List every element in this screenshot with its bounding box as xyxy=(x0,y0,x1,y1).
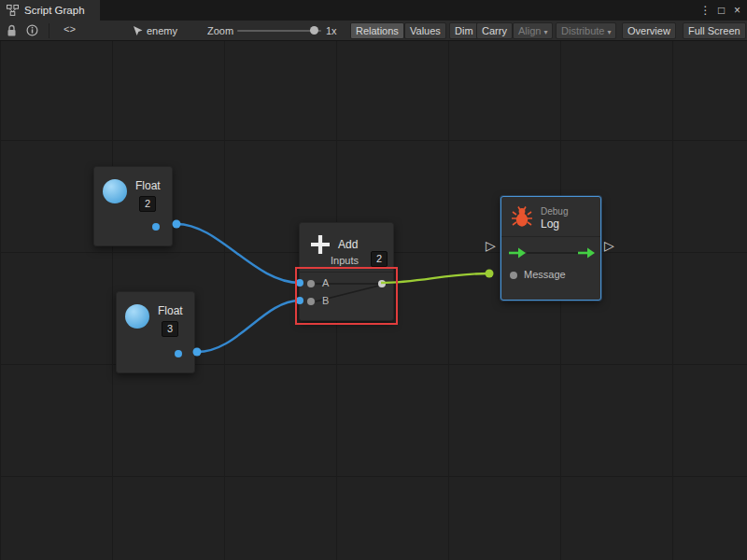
flow-out-triangle-icon[interactable]: ▷ xyxy=(604,239,614,252)
carry-button[interactable]: Carry xyxy=(476,22,513,39)
node-title: Float xyxy=(158,304,183,317)
graph-name-label[interactable]: enemy xyxy=(147,25,177,36)
float-dial-icon xyxy=(103,179,127,203)
close-button[interactable]: × xyxy=(729,0,745,21)
wire-add-to-debug xyxy=(381,273,489,283)
flow-in-triangle-icon[interactable]: ▷ xyxy=(486,239,496,252)
input-port-b[interactable] xyxy=(307,298,315,305)
graph-canvas[interactable]: Float 2 Float 3 Add Inputs 2 A B xyxy=(0,41,747,560)
dim-button[interactable]: Dim xyxy=(449,22,479,39)
graph-toolbar: <> enemy Zoom 1x Relations Values Dim Ca… xyxy=(0,21,747,41)
ports-divider xyxy=(501,236,600,237)
wire-endpoint-dot xyxy=(486,270,494,278)
unity-visual-scripting-window: Script Graph ⋮ □ × <> enemy Zoom 1x Rela… xyxy=(0,0,747,560)
lock-icon[interactable] xyxy=(7,24,17,37)
float-output-port[interactable] xyxy=(152,223,160,231)
ports-divider xyxy=(300,272,393,273)
window-menu-button[interactable]: ⋮ xyxy=(698,0,713,21)
chevron-down-icon: ▾ xyxy=(607,28,611,36)
values-button[interactable]: Values xyxy=(404,22,446,39)
debug-log-node[interactable]: Debug Log Message xyxy=(500,196,601,301)
float-node-b[interactable]: Float 3 xyxy=(116,291,195,373)
zoom-slider-track[interactable] xyxy=(237,30,321,32)
wire-float2-to-a xyxy=(176,224,300,283)
align-dropdown[interactable]: Align▾ xyxy=(513,22,553,39)
graph-pointer-icon xyxy=(133,25,143,36)
tab-title: Script Graph xyxy=(24,5,85,16)
tab-script-graph[interactable]: Script Graph xyxy=(0,0,100,21)
info-icon[interactable] xyxy=(26,24,38,36)
bug-icon xyxy=(511,205,533,230)
distribute-dropdown[interactable]: Distribute▾ xyxy=(556,22,616,39)
titlebar: Script Graph ⋮ □ × xyxy=(0,0,747,21)
wire-endpoint-dot xyxy=(173,220,181,229)
plus-icon xyxy=(308,232,332,257)
toolbar-divider xyxy=(49,23,49,38)
node-title: Add xyxy=(338,238,358,251)
sum-output-port[interactable] xyxy=(378,280,386,287)
node-category: Debug xyxy=(541,206,568,217)
port-b-label: B xyxy=(322,295,329,306)
input-port-a[interactable] xyxy=(307,280,315,287)
zoom-slider-handle[interactable] xyxy=(310,26,318,35)
zoom-value: 1x xyxy=(326,25,337,36)
message-port-label: Message xyxy=(524,269,566,280)
float-dial-icon xyxy=(125,304,149,329)
add-node[interactable]: Add Inputs 2 A B xyxy=(299,222,394,321)
chevron-down-icon: ▾ xyxy=(543,28,547,36)
full-screen-button[interactable]: Full Screen xyxy=(683,22,746,39)
flow-output-arrow-icon[interactable] xyxy=(578,247,595,259)
inputs-label: Inputs xyxy=(331,255,359,266)
script-graph-icon xyxy=(7,5,19,16)
float-value-field[interactable]: 3 xyxy=(162,321,178,337)
port-a-label: A xyxy=(322,277,329,288)
window-controls: ⋮ □ × xyxy=(698,0,745,21)
inputs-count-field[interactable]: 2 xyxy=(371,251,388,267)
flow-input-arrow-icon[interactable] xyxy=(509,247,526,259)
float-node-a[interactable]: Float 2 xyxy=(93,166,173,246)
maximize-button[interactable]: □ xyxy=(713,0,729,21)
code-view-icon[interactable]: <> xyxy=(63,24,76,35)
overview-button[interactable]: Overview xyxy=(622,22,676,39)
zoom-label: Zoom xyxy=(207,25,233,36)
float-value-field[interactable]: 2 xyxy=(139,196,156,212)
node-title: Float xyxy=(135,179,161,192)
float-output-port[interactable] xyxy=(175,350,182,357)
message-input-port[interactable] xyxy=(510,272,517,279)
relations-button[interactable]: Relations xyxy=(350,22,404,39)
node-title: Log xyxy=(541,217,559,231)
wire-float3-to-b xyxy=(197,301,300,352)
